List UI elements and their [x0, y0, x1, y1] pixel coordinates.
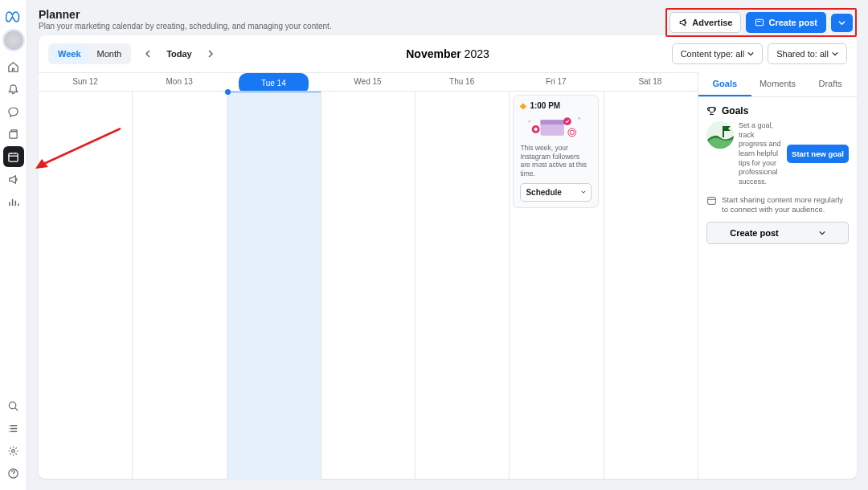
header-actions-highlight: Advertise Create post	[665, 8, 857, 37]
today-button[interactable]: Today	[160, 49, 199, 59]
ads-icon[interactable]	[3, 169, 24, 190]
suggestion-text: This week, your Instagram followers are …	[520, 144, 591, 178]
goals-row: Set a goal, track progress and learn hel…	[706, 121, 849, 187]
svg-point-11	[534, 128, 538, 131]
day-column[interactable]: ◆ 1:00 PM	[510, 92, 604, 480]
day-header: Sat 18	[604, 73, 698, 91]
chevron-down-icon	[581, 189, 586, 195]
chevron-down-icon	[747, 51, 754, 57]
suggestion-time-row: ◆ 1:00 PM	[520, 101, 591, 110]
day-column[interactable]	[604, 92, 698, 480]
trophy-icon	[706, 106, 717, 116]
page-subtitle: Plan your marketing calendar by creating…	[39, 22, 665, 31]
planner-card: Week Month Today November 2023 Content t…	[39, 35, 857, 479]
main-area: Planner Plan your marketing calendar by …	[27, 0, 868, 490]
day-label: Sun 12	[72, 77, 98, 86]
goals-heading: Goals	[706, 105, 849, 116]
calendar-grid[interactable]: ◆ 1:00 PM	[39, 91, 698, 480]
page-header: Planner Plan your marketing calendar by …	[27, 0, 868, 35]
day-headers: Sun 12 Mon 13 Tue 14 Wed 15 Thu 16 Fri 1…	[39, 73, 698, 91]
day-label: Fri 17	[546, 77, 567, 86]
create-post-caret-button[interactable]	[831, 14, 853, 32]
day-header: Wed 15	[321, 73, 415, 91]
account-avatar[interactable]	[4, 31, 23, 50]
inbox-icon[interactable]	[3, 101, 24, 122]
menu-list-icon[interactable]	[3, 418, 24, 439]
tab-drafts[interactable]: Drafts	[804, 72, 857, 96]
help-icon[interactable]	[3, 463, 24, 484]
notifications-icon[interactable]	[3, 79, 24, 100]
right-panel: Goals Moments Drafts Goals Set a goal, t…	[698, 72, 857, 480]
day-header: Mon 13	[133, 73, 227, 91]
calendar: Sun 12 Mon 13 Tue 14 Wed 15 Thu 16 Fri 1…	[39, 72, 698, 480]
card-body: Sun 12 Mon 13 Tue 14 Wed 15 Thu 16 Fri 1…	[39, 72, 857, 480]
svg-rect-6	[756, 19, 764, 26]
svg-point-12	[568, 129, 576, 137]
day-label: Sat 18	[638, 77, 661, 86]
create-post-button[interactable]: Create post	[746, 12, 826, 33]
day-label: Mon 13	[166, 77, 193, 86]
chevron-down-icon	[819, 230, 825, 236]
svg-rect-8	[541, 120, 564, 125]
view-switch: Week Month	[48, 43, 131, 64]
tab-goals[interactable]: Goals	[698, 72, 751, 96]
content-icon[interactable]	[3, 124, 24, 145]
planner-icon[interactable]	[3, 146, 24, 167]
goals-heading-text: Goals	[722, 105, 748, 116]
megaphone-icon	[678, 18, 688, 27]
content-type-label: Content type: all	[681, 49, 745, 59]
compose-icon	[755, 18, 764, 27]
current-month: November 2023	[406, 47, 489, 60]
month-name: November	[406, 47, 461, 60]
content-type-filter[interactable]: Content type: all	[672, 43, 764, 64]
panel-tabs: Goals Moments Drafts	[698, 72, 857, 97]
day-column[interactable]	[321, 92, 416, 480]
svg-rect-0	[10, 131, 17, 137]
calendar-small-icon	[706, 195, 717, 206]
svg-point-4	[12, 449, 15, 452]
day-column-current[interactable]	[227, 92, 321, 480]
create-post-label: Create post	[768, 18, 817, 27]
day-header: Thu 16	[416, 73, 510, 91]
day-header: Fri 17	[510, 73, 604, 91]
tab-moments[interactable]: Moments	[751, 72, 805, 96]
svg-point-3	[9, 402, 15, 408]
start-new-goal-button[interactable]: Start new goal	[787, 145, 849, 163]
chevron-left-icon	[145, 50, 151, 58]
svg-rect-1	[11, 129, 18, 131]
month-view-button[interactable]: Month	[89, 45, 130, 63]
week-view-button[interactable]: Week	[50, 45, 89, 63]
svg-rect-17	[708, 197, 716, 204]
chevron-down-icon	[838, 19, 845, 27]
meta-logo-icon	[3, 6, 24, 27]
search-icon[interactable]	[3, 395, 24, 416]
now-marker-line	[227, 92, 321, 92]
sharing-tip-text: Start sharing content more regularly to …	[722, 195, 849, 215]
svg-point-14	[529, 120, 531, 123]
day-column[interactable]	[416, 92, 510, 480]
day-label: Wed 15	[354, 77, 381, 86]
shared-to-label: Shared to: all	[776, 49, 829, 59]
day-label: Thu 16	[449, 77, 474, 86]
prev-button[interactable]	[139, 45, 157, 63]
shared-to-filter[interactable]: Shared to: all	[768, 43, 847, 64]
svg-rect-2	[9, 153, 18, 161]
next-button[interactable]	[202, 45, 219, 63]
chevron-down-icon	[832, 51, 838, 57]
schedule-button[interactable]: Schedule	[520, 183, 591, 202]
schedule-label: Schedule	[526, 188, 561, 197]
lightning-icon: ◆	[520, 101, 526, 110]
panel-body: Goals Set a goal, track progress and lea…	[698, 97, 857, 252]
settings-icon[interactable]	[3, 440, 24, 461]
page-title: Planner	[39, 8, 665, 21]
advertise-button[interactable]: Advertise	[669, 12, 741, 33]
sharing-tip: Start sharing content more regularly to …	[706, 195, 849, 215]
insights-icon[interactable]	[3, 191, 24, 212]
suggestion-time: 1:00 PM	[530, 101, 560, 110]
create-post-panel-button[interactable]: Create post	[706, 222, 849, 244]
home-icon[interactable]	[3, 56, 24, 77]
day-column[interactable]	[133, 92, 227, 480]
suggestion-card: ◆ 1:00 PM	[513, 95, 598, 208]
day-header-active: Tue 14	[227, 73, 321, 91]
day-column[interactable]	[39, 92, 133, 480]
